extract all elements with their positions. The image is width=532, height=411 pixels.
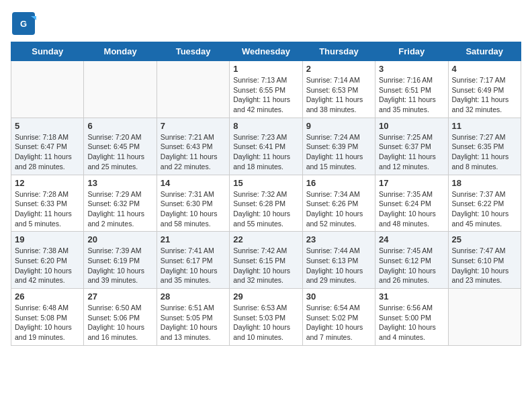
day-number: 6 (87, 121, 152, 131)
calendar-cell: 7Sunrise: 7:21 AM Sunset: 6:43 PM Daylig… (157, 118, 229, 175)
day-number: 11 (452, 121, 517, 131)
day-number: 23 (306, 234, 371, 244)
calendar-day-header: Monday (84, 42, 157, 61)
calendar-cell: 3Sunrise: 7:16 AM Sunset: 6:51 PM Daylig… (375, 61, 448, 118)
calendar-cell: 6Sunrise: 7:20 AM Sunset: 6:45 PM Daylig… (84, 118, 157, 175)
day-info: Sunrise: 7:35 AM Sunset: 6:24 PM Dayligh… (379, 189, 444, 229)
calendar-cell: 28Sunrise: 6:51 AM Sunset: 5:05 PM Dayli… (157, 289, 229, 346)
day-info: Sunrise: 7:20 AM Sunset: 6:45 PM Dayligh… (87, 132, 152, 172)
day-number: 19 (15, 234, 80, 244)
day-info: Sunrise: 7:42 AM Sunset: 6:15 PM Dayligh… (233, 246, 298, 285)
calendar-cell: 26Sunrise: 6:48 AM Sunset: 5:08 PM Dayli… (11, 289, 84, 346)
calendar-cell: 20Sunrise: 7:39 AM Sunset: 6:19 PM Dayli… (84, 232, 157, 289)
logo: G (11, 11, 38, 36)
day-number: 7 (161, 121, 226, 131)
calendar-cell: 12Sunrise: 7:28 AM Sunset: 6:33 PM Dayli… (11, 175, 84, 232)
day-info: Sunrise: 7:37 AM Sunset: 6:22 PM Dayligh… (452, 189, 517, 229)
day-number: 17 (379, 178, 444, 188)
calendar-cell (448, 289, 521, 346)
calendar-cell: 5Sunrise: 7:18 AM Sunset: 6:47 PM Daylig… (11, 118, 84, 175)
day-number: 1 (233, 64, 298, 74)
day-info: Sunrise: 6:53 AM Sunset: 5:03 PM Dayligh… (233, 303, 298, 342)
day-number: 8 (233, 121, 298, 131)
calendar-cell: 15Sunrise: 7:32 AM Sunset: 6:28 PM Dayli… (230, 175, 302, 232)
day-info: Sunrise: 7:31 AM Sunset: 6:30 PM Dayligh… (161, 189, 226, 229)
day-info: Sunrise: 7:18 AM Sunset: 6:47 PM Dayligh… (15, 132, 80, 172)
calendar-day-header: Friday (375, 42, 448, 61)
day-info: Sunrise: 7:45 AM Sunset: 6:12 PM Dayligh… (379, 246, 444, 285)
calendar-cell: 19Sunrise: 7:38 AM Sunset: 6:20 PM Dayli… (11, 232, 84, 289)
calendar-cell: 22Sunrise: 7:42 AM Sunset: 6:15 PM Dayli… (230, 232, 302, 289)
calendar-cell: 13Sunrise: 7:29 AM Sunset: 6:32 PM Dayli… (84, 175, 157, 232)
day-info: Sunrise: 6:50 AM Sunset: 5:06 PM Dayligh… (87, 303, 152, 342)
calendar-day-header: Saturday (448, 42, 521, 61)
day-number: 25 (452, 234, 517, 244)
day-number: 16 (306, 178, 371, 188)
calendar-cell: 29Sunrise: 6:53 AM Sunset: 5:03 PM Dayli… (230, 289, 302, 346)
calendar-cell: 11Sunrise: 7:27 AM Sunset: 6:35 PM Dayli… (448, 118, 521, 175)
day-info: Sunrise: 7:24 AM Sunset: 6:39 PM Dayligh… (306, 132, 371, 172)
calendar-week-row: 12Sunrise: 7:28 AM Sunset: 6:33 PM Dayli… (11, 175, 521, 232)
calendar-cell: 9Sunrise: 7:24 AM Sunset: 6:39 PM Daylig… (302, 118, 375, 175)
calendar-week-row: 1Sunrise: 7:13 AM Sunset: 6:55 PM Daylig… (11, 61, 521, 118)
calendar-cell (11, 61, 84, 118)
day-number: 31 (379, 291, 444, 302)
calendar-cell: 24Sunrise: 7:45 AM Sunset: 6:12 PM Dayli… (375, 232, 448, 289)
calendar-day-header: Thursday (302, 42, 375, 61)
calendar-day-header: Tuesday (157, 42, 229, 61)
calendar-day-header: Sunday (11, 42, 84, 61)
calendar-cell (157, 61, 229, 118)
day-number: 14 (161, 178, 226, 188)
day-info: Sunrise: 6:51 AM Sunset: 5:05 PM Dayligh… (161, 303, 226, 342)
day-info: Sunrise: 7:17 AM Sunset: 6:49 PM Dayligh… (452, 75, 517, 115)
day-number: 27 (87, 291, 152, 302)
day-number: 2 (306, 64, 371, 74)
calendar-table: SundayMondayTuesdayWednesdayThursdayFrid… (11, 42, 521, 346)
day-info: Sunrise: 6:54 AM Sunset: 5:02 PM Dayligh… (306, 303, 371, 342)
calendar-day-header: Wednesday (230, 42, 302, 61)
calendar-cell: 16Sunrise: 7:34 AM Sunset: 6:26 PM Dayli… (302, 175, 375, 232)
day-info: Sunrise: 6:48 AM Sunset: 5:08 PM Dayligh… (15, 303, 80, 342)
calendar-cell (84, 61, 157, 118)
calendar-cell: 21Sunrise: 7:41 AM Sunset: 6:17 PM Dayli… (157, 232, 229, 289)
day-number: 21 (161, 234, 226, 244)
day-info: Sunrise: 7:39 AM Sunset: 6:19 PM Dayligh… (87, 246, 152, 285)
day-number: 22 (233, 234, 298, 244)
logo-icon: G (11, 11, 36, 36)
calendar-cell: 4Sunrise: 7:17 AM Sunset: 6:49 PM Daylig… (448, 61, 521, 118)
calendar-week-row: 19Sunrise: 7:38 AM Sunset: 6:20 PM Dayli… (11, 232, 521, 289)
svg-text:G: G (20, 19, 27, 29)
calendar-header-row: SundayMondayTuesdayWednesdayThursdayFrid… (11, 42, 521, 61)
calendar-cell: 8Sunrise: 7:23 AM Sunset: 6:41 PM Daylig… (230, 118, 302, 175)
day-number: 29 (233, 291, 298, 302)
calendar-cell: 10Sunrise: 7:25 AM Sunset: 6:37 PM Dayli… (375, 118, 448, 175)
day-number: 26 (15, 291, 80, 302)
day-number: 18 (452, 178, 517, 188)
day-info: Sunrise: 7:13 AM Sunset: 6:55 PM Dayligh… (233, 75, 298, 115)
calendar-cell: 1Sunrise: 7:13 AM Sunset: 6:55 PM Daylig… (230, 61, 302, 118)
day-number: 9 (306, 121, 371, 131)
calendar-cell: 30Sunrise: 6:54 AM Sunset: 5:02 PM Dayli… (302, 289, 375, 346)
day-number: 5 (15, 121, 80, 131)
day-number: 13 (87, 178, 152, 188)
day-info: Sunrise: 7:34 AM Sunset: 6:26 PM Dayligh… (306, 189, 371, 229)
calendar-cell: 31Sunrise: 6:56 AM Sunset: 5:00 PM Dayli… (375, 289, 448, 346)
day-number: 15 (233, 178, 298, 188)
day-number: 20 (87, 234, 152, 244)
day-info: Sunrise: 7:14 AM Sunset: 6:53 PM Dayligh… (306, 75, 371, 115)
day-number: 10 (379, 121, 444, 131)
day-info: Sunrise: 7:23 AM Sunset: 6:41 PM Dayligh… (233, 132, 298, 172)
calendar-cell: 23Sunrise: 7:44 AM Sunset: 6:13 PM Dayli… (302, 232, 375, 289)
day-info: Sunrise: 7:21 AM Sunset: 6:43 PM Dayligh… (161, 132, 226, 172)
calendar-cell: 14Sunrise: 7:31 AM Sunset: 6:30 PM Dayli… (157, 175, 229, 232)
day-number: 12 (15, 178, 80, 188)
calendar-cell: 27Sunrise: 6:50 AM Sunset: 5:06 PM Dayli… (84, 289, 157, 346)
calendar-week-row: 5Sunrise: 7:18 AM Sunset: 6:47 PM Daylig… (11, 118, 521, 175)
calendar-week-row: 26Sunrise: 6:48 AM Sunset: 5:08 PM Dayli… (11, 289, 521, 346)
day-number: 3 (379, 64, 444, 74)
day-info: Sunrise: 7:16 AM Sunset: 6:51 PM Dayligh… (379, 75, 444, 115)
day-number: 4 (452, 64, 517, 74)
day-info: Sunrise: 7:28 AM Sunset: 6:33 PM Dayligh… (15, 189, 80, 229)
day-number: 28 (161, 291, 226, 302)
day-info: Sunrise: 7:25 AM Sunset: 6:37 PM Dayligh… (379, 132, 444, 172)
